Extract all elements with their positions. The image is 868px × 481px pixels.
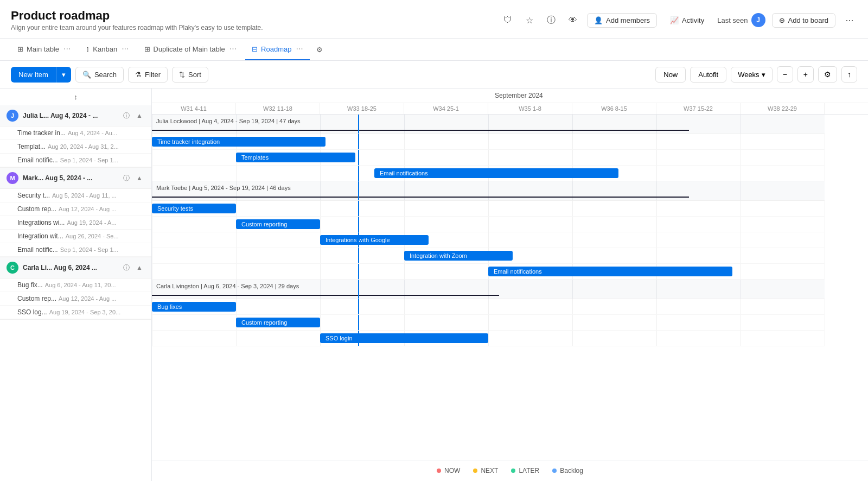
task-name: Security t... xyxy=(17,192,50,199)
tab-more-icon[interactable]: ··· xyxy=(63,44,71,54)
gantt-task-row[interactable]: SSO login xyxy=(152,331,825,346)
task-row[interactable]: Templat... Aug 20, 2024 - Aug 31, 2... xyxy=(0,140,151,154)
table-icon: ⊞ xyxy=(17,45,23,53)
group-icons: ⓘ ▲ xyxy=(121,173,145,183)
activity-button[interactable]: 📈 Activity xyxy=(663,14,711,27)
last-seen-section: Last seen J xyxy=(717,13,765,27)
more-options-button[interactable]: ··· xyxy=(842,12,857,28)
app-container: Product roadmap Align your entire team a… xyxy=(0,0,868,481)
group-avatar-julia: J xyxy=(7,110,18,122)
task-name: Templat... xyxy=(17,143,46,150)
new-item-label[interactable]: New Item xyxy=(11,67,56,83)
gantt-bar-label: Integration with Zoom xyxy=(410,252,467,259)
tab-more-icon[interactable]: ··· xyxy=(229,44,237,54)
gantt-bar[interactable]: Templates xyxy=(236,153,355,162)
toolbar-right: Now Autofit Weeks ▾ − + ⚙ ↑ xyxy=(655,66,857,83)
autofit-button[interactable]: Autofit xyxy=(690,67,726,83)
gantt-bar[interactable]: Custom reporting xyxy=(236,219,320,229)
task-row[interactable]: Custom rep... Aug 12, 2024 - Aug ... xyxy=(0,292,151,306)
board-settings-icon[interactable]: ⚙ xyxy=(312,40,327,59)
collapse-icon[interactable]: ▲ xyxy=(134,173,145,183)
title-section: Product roadmap Align your entire team a… xyxy=(11,9,263,31)
task-row[interactable]: Bug fix... Aug 6, 2024 - Aug 11, 20... xyxy=(0,279,151,292)
gantt-task-row[interactable]: Integration with Zoom xyxy=(152,248,825,264)
gantt-bar[interactable]: Integrations with Google xyxy=(320,235,429,245)
search-icon: 🔍 xyxy=(82,71,91,79)
gantt-task-row[interactable]: Email notifications xyxy=(152,264,825,280)
gantt-task-row[interactable]: Time tracker integration xyxy=(152,134,825,150)
gantt-week-label: W35 1-8 xyxy=(488,103,572,114)
kanban-icon: ⫿ xyxy=(86,45,90,53)
collapse-icon[interactable]: ▲ xyxy=(134,262,145,273)
legend-dot-next xyxy=(473,469,477,473)
task-date: Aug 19, 2024 - A... xyxy=(67,219,116,226)
tab-duplicate-main-table[interactable]: ⊞ Duplicate of Main table ··· xyxy=(138,39,244,60)
eye-icon[interactable]: 👁 xyxy=(565,12,580,28)
sort-button[interactable]: ⇅ Sort xyxy=(172,67,208,83)
task-row[interactable]: Time tracker in... Aug 4, 2024 - Au... xyxy=(0,126,151,140)
task-name: Bug fix... xyxy=(17,281,43,289)
tab-kanban[interactable]: ⫿ Kanban ··· xyxy=(79,39,135,60)
gantt-group-header: Mark Toebe | Aug 5, 2024 - Sep 19, 2024 … xyxy=(152,181,825,201)
task-date: Aug 19, 2024 - Sep 3, 20... xyxy=(49,309,120,315)
gantt-task-row[interactable]: Integrations with Google xyxy=(152,232,825,248)
new-item-dropdown-arrow[interactable]: ▾ xyxy=(56,67,71,83)
gantt-bar[interactable]: Custom reporting xyxy=(236,318,320,327)
weeks-dropdown[interactable]: Weeks ▾ xyxy=(731,67,773,83)
gantt-settings-button[interactable]: ⚙ xyxy=(818,66,837,83)
star-icon[interactable]: ☆ xyxy=(522,12,537,28)
add-to-board-button[interactable]: ⊕ Add to board xyxy=(772,13,835,28)
group-timeline-line xyxy=(152,197,689,198)
tab-more-icon[interactable]: ··· xyxy=(122,44,129,54)
filter-button[interactable]: ⚗ Filter xyxy=(128,67,168,83)
header-actions: 🛡 ☆ ⓘ 👁 👤 Add members 📈 Activity Last se… xyxy=(500,12,857,28)
add-members-button[interactable]: 👤 Add members xyxy=(587,13,657,28)
task-row[interactable]: Email notific... Sep 1, 2024 - Sep 1... xyxy=(0,243,151,257)
row-height-icon[interactable]: ↕ xyxy=(0,88,151,105)
gantt-task-row[interactable]: Security tests xyxy=(152,201,825,217)
gantt-task-row[interactable]: Templates xyxy=(152,150,825,166)
gantt-task-row[interactable]: Custom reporting xyxy=(152,315,825,331)
gantt-bar-label: Bug fixes xyxy=(157,303,182,310)
tab-more-icon[interactable]: ··· xyxy=(296,44,303,54)
task-row[interactable]: Custom rep... Aug 12, 2024 - Aug ... xyxy=(0,202,151,216)
shield-icon[interactable]: 🛡 xyxy=(500,12,515,28)
gantt-bar[interactable]: Bug fixes xyxy=(152,302,236,312)
collapse-icon[interactable]: ▲ xyxy=(134,110,145,121)
gantt-bar-label: Email notifications xyxy=(380,170,428,176)
info-icon[interactable]: ⓘ xyxy=(121,110,132,121)
gantt-bar[interactable]: Email notifications xyxy=(374,168,618,178)
legend-label-now: NOW xyxy=(444,467,460,474)
legend-label-later: LATER xyxy=(519,467,539,474)
filter-icon: ⚗ xyxy=(135,71,142,79)
now-button[interactable]: Now xyxy=(655,67,686,83)
gantt-bar[interactable]: Security tests xyxy=(152,204,236,213)
search-button[interactable]: 🔍 Search xyxy=(75,67,124,83)
info-icon[interactable]: ⓘ xyxy=(121,262,132,273)
new-item-button[interactable]: New Item ▾ xyxy=(11,67,71,83)
gantt-bar[interactable]: SSO login xyxy=(320,333,488,343)
tab-roadmap[interactable]: ⊟ Roadmap ··· xyxy=(245,39,310,60)
gantt-bar[interactable]: Time tracker integration xyxy=(152,137,326,147)
gantt-task-row[interactable]: Bug fixes xyxy=(152,299,825,315)
gantt-bar[interactable]: Integration with Zoom xyxy=(404,251,513,261)
gantt-task-row[interactable]: Email notifications xyxy=(152,166,825,181)
task-row[interactable]: Email notific... Sep 1, 2024 - Sep 1... xyxy=(0,154,151,167)
group-timeline-line xyxy=(152,130,689,131)
task-row[interactable]: Integrations wi... Aug 19, 2024 - A... xyxy=(0,216,151,230)
task-row[interactable]: Integration wit... Aug 26, 2024 - Se... xyxy=(0,230,151,243)
export-button[interactable]: ↑ xyxy=(841,66,857,83)
info-icon[interactable]: ⓘ xyxy=(121,173,132,183)
task-row[interactable]: Security t... Aug 5, 2024 - Aug 11, ... xyxy=(0,189,151,202)
zoom-in-button[interactable]: + xyxy=(797,66,814,83)
zoom-out-button[interactable]: − xyxy=(777,66,793,83)
task-date: Sep 1, 2024 - Sep 1... xyxy=(60,246,118,253)
info-icon[interactable]: ⓘ xyxy=(544,12,559,28)
gantt-task-row[interactable]: Custom reporting xyxy=(152,217,825,232)
legend-label-next: NEXT xyxy=(481,467,498,474)
task-row[interactable]: SSO log... Aug 19, 2024 - Sep 3, 20... xyxy=(0,306,151,319)
group-timeline-label: Carla Livingston | Aug 6, 2024 - Sep 3, … xyxy=(156,283,299,289)
tab-main-table[interactable]: ⊞ Main table ··· xyxy=(11,39,77,60)
gantt-bar[interactable]: Email notifications xyxy=(488,267,732,276)
group-carla: C Carla Li... Aug 6, 2024 ... ⓘ ▲ Bug fi… xyxy=(0,257,151,320)
